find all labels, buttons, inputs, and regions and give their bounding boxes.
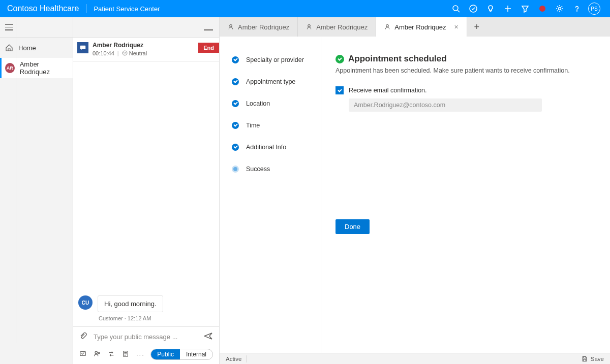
brand-divider (86, 4, 86, 13)
step-done-icon (232, 78, 239, 85)
step-success[interactable]: Success (232, 158, 316, 180)
message-meta: Customer · 12:12 AM (99, 315, 214, 321)
user-avatar[interactable]: PS (586, 0, 603, 17)
consult-icon[interactable] (94, 350, 101, 359)
email-confirmation-checkbox[interactable] (336, 86, 344, 94)
step-done-icon (232, 56, 239, 63)
success-panel: Appointment scheduled Appointment has be… (321, 37, 610, 353)
svg-rect-8 (80, 46, 86, 49)
step-appointment-type[interactable]: Appointment type (232, 71, 316, 92)
top-bar: Contoso Healthcare Patient Service Cente… (0, 0, 610, 17)
gear-icon[interactable] (551, 0, 568, 17)
nav-rail: Home AR Amber Rodriquez (0, 17, 73, 364)
panel-title: Appointment scheduled (348, 54, 447, 64)
session-timer: 00:10:44 (93, 50, 114, 57)
filter-icon[interactable] (516, 0, 534, 17)
tab-patient-3[interactable]: Amber Rodriquez × (376, 17, 467, 37)
step-current-icon (232, 166, 239, 173)
svg-point-20 (230, 25, 232, 27)
session-name: Amber Rodriquez (93, 42, 194, 50)
visibility-toggle[interactable]: Public Internal (150, 349, 213, 360)
end-session-button[interactable]: End (198, 43, 219, 53)
nav-patient-session[interactable]: AR Amber Rodriquez (0, 58, 73, 78)
step-location[interactable]: Location (232, 92, 316, 114)
patient-avatar-icon: AR (5, 63, 15, 73)
close-tab-icon[interactable]: × (454, 23, 458, 31)
pill-internal[interactable]: Internal (180, 349, 212, 359)
svg-point-22 (386, 25, 389, 27)
success-check-icon (336, 55, 344, 63)
step-done-icon (232, 100, 239, 107)
tab-strip: Amber Rodriquez Amber Rodriquez Amber Ro… (220, 17, 610, 37)
minimize-icon[interactable] (204, 29, 213, 30)
main-column: Amber Rodriquez Amber Rodriquez Amber Ro… (220, 17, 610, 364)
message-avatar: CU (78, 295, 93, 310)
add-tab-button[interactable]: + (467, 17, 486, 37)
svg-point-7 (577, 11, 577, 11)
more-icon[interactable]: ··· (136, 351, 143, 358)
nav-home-label: Home (18, 44, 36, 52)
person-icon (228, 24, 234, 30)
session-card[interactable]: Amber Rodriquez 00:10:44 | Neutral End (73, 38, 219, 61)
avatar-initials: PS (588, 3, 600, 15)
nav-toggle[interactable] (0, 17, 73, 38)
task-icon[interactable] (465, 0, 482, 17)
chat-column: Amber Rodriquez 00:10:44 | Neutral End C… (73, 17, 220, 364)
brand-name: Contoso Healthcare (7, 4, 79, 13)
chat-header (73, 17, 219, 38)
svg-rect-23 (584, 356, 586, 358)
home-icon (5, 44, 13, 52)
status-bar: Active Save (220, 353, 610, 364)
module-name: Patient Service Center (94, 5, 160, 13)
help-icon[interactable] (568, 0, 586, 17)
nav-patient-label: Amber Rodriquez (20, 60, 68, 76)
send-icon[interactable] (204, 332, 213, 342)
pill-public[interactable]: Public (151, 349, 180, 359)
status-state: Active (226, 356, 241, 362)
svg-point-21 (308, 25, 311, 27)
brand[interactable]: Contoso Healthcare Patient Service Cente… (7, 0, 160, 17)
step-time[interactable]: Time (232, 114, 316, 136)
svg-point-11 (126, 52, 126, 53)
step-done-icon (232, 122, 239, 129)
notes-icon[interactable] (122, 350, 129, 359)
svg-point-6 (559, 8, 561, 10)
chat-message: CU Hi, good morning. (78, 295, 214, 312)
done-button[interactable]: Done (336, 219, 370, 234)
chat-transcript: CU Hi, good morning. Customer · 12:12 AM (73, 61, 219, 326)
svg-point-0 (453, 6, 458, 11)
email-display: Amber.Rodriguez@contoso.com (349, 98, 542, 112)
message-bubble: Hi, good morning. (98, 295, 163, 312)
svg-point-15 (98, 352, 100, 353)
save-icon (582, 356, 588, 362)
step-done-icon (232, 144, 239, 151)
svg-point-9 (123, 51, 127, 55)
chat-composer: ··· Public Internal (73, 326, 219, 364)
svg-line-1 (458, 10, 460, 12)
session-sentiment: Neutral (129, 50, 147, 57)
save-button[interactable]: Save (582, 356, 604, 362)
plus-icon[interactable] (499, 0, 516, 17)
person-icon (306, 24, 312, 30)
nav-home[interactable]: Home (0, 38, 73, 58)
step-specialty[interactable]: Specialty or provider (232, 49, 316, 71)
attach-icon[interactable] (79, 332, 87, 342)
tab-patient-1[interactable]: Amber Rodriquez (220, 17, 298, 37)
svg-rect-24 (584, 359, 586, 361)
tab-patient-2[interactable]: Amber Rodriquez (298, 17, 376, 37)
hamburger-icon (5, 24, 13, 30)
person-icon (384, 24, 390, 30)
chat-channel-icon (77, 42, 88, 53)
topbar-actions: PS (447, 0, 603, 17)
panel-subtitle: Appointment has been scheduled. Make sur… (336, 67, 596, 74)
message-input[interactable] (94, 333, 198, 341)
svg-point-14 (95, 351, 97, 353)
checkbox-label: Receive email confirmation. (349, 87, 427, 94)
transfer-icon[interactable] (108, 350, 115, 359)
record-icon[interactable] (534, 0, 551, 17)
step-additional-info[interactable]: Additional Info (232, 136, 316, 158)
quick-reply-icon[interactable] (79, 350, 86, 359)
step-list: Specialty or provider Appointment type L… (220, 37, 321, 353)
search-icon[interactable] (447, 0, 465, 17)
lightbulb-icon[interactable] (482, 0, 499, 17)
